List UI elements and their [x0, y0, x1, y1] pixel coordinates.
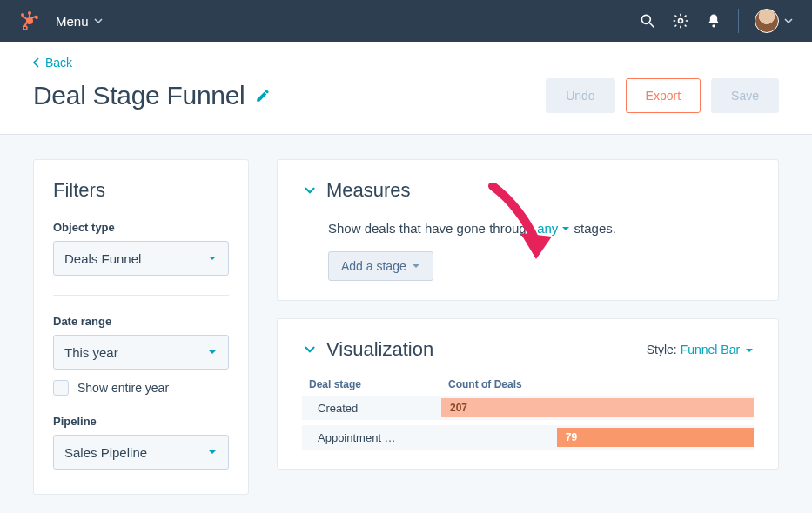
svg-point-12: [712, 24, 715, 27]
pencil-icon[interactable]: [255, 88, 271, 103]
svg-line-10: [650, 23, 654, 28]
visualization-header[interactable]: Visualization Style: Funnel Bar: [302, 338, 754, 361]
page-header: Back Deal Stage Funnel Undo Export Save: [0, 42, 812, 135]
visualization-panel: Visualization Style: Funnel Bar Deal sta…: [277, 318, 779, 470]
stage-filter-value: any: [537, 221, 558, 236]
filters-heading: Filters: [53, 179, 229, 202]
svg-rect-2: [29, 14, 30, 18]
undo-button[interactable]: Undo: [546, 78, 614, 113]
caret-down-icon: [412, 262, 420, 270]
measures-sentence: Show deals that have gone through any st…: [328, 221, 754, 236]
svg-point-9: [641, 15, 650, 23]
save-button[interactable]: Save: [711, 78, 779, 113]
pipeline-label: Pipeline: [53, 415, 229, 428]
page-title: Deal Stage Funnel: [33, 81, 245, 110]
chevron-left-icon: [33, 57, 40, 68]
visualization-body: Deal stage Count of Deals Created 207 Ap…: [302, 378, 754, 450]
gear-icon[interactable]: [672, 12, 689, 30]
chevron-down-icon: [94, 17, 103, 25]
caret-down-icon: [207, 347, 218, 357]
add-stage-button[interactable]: Add a stage: [328, 251, 433, 281]
chevron-down-icon: [784, 17, 793, 25]
measures-heading: Measures: [326, 179, 411, 202]
funnel-row: Appointment … 79: [302, 425, 754, 450]
avatar: [755, 9, 779, 33]
menu-button[interactable]: Menu: [56, 14, 103, 29]
sentence-pre: Show deals that have gone through: [328, 221, 537, 236]
hubspot-logo-icon: [19, 10, 40, 31]
caret-down-icon: [207, 253, 218, 263]
measures-panel: Measures Show deals that have gone throu…: [277, 159, 779, 301]
style-picker[interactable]: Style: Funnel Bar: [647, 343, 754, 356]
date-range-select[interactable]: This year: [53, 335, 229, 370]
show-entire-year-label: Show entire year: [77, 381, 169, 395]
account-menu[interactable]: [755, 9, 793, 33]
menu-label: Menu: [56, 14, 89, 29]
add-stage-label: Add a stage: [341, 259, 406, 273]
checkbox-box: [53, 380, 69, 396]
date-range-label: Date range: [53, 315, 229, 328]
date-range-value: This year: [64, 345, 118, 360]
pipeline-value: Sales Pipeline: [64, 445, 147, 460]
funnel-row: Created 207: [302, 396, 754, 420]
caret-down-icon: [745, 346, 754, 355]
col-count-header: Count of Deals: [448, 378, 747, 390]
filter-divider: [53, 295, 229, 296]
style-label: Style:: [647, 343, 681, 356]
svg-point-11: [679, 19, 683, 23]
stage-filter-dropdown[interactable]: any: [537, 221, 570, 236]
funnel-stage-name: Appointment …: [302, 431, 441, 444]
funnel-bar: 207: [441, 398, 754, 417]
col-stage-header: Deal stage: [309, 378, 448, 390]
funnel-stage-name: Created: [302, 402, 441, 415]
filters-panel: Filters Object type Deals Funnel Date ra…: [33, 159, 249, 495]
pipeline-select[interactable]: Sales Pipeline: [53, 435, 229, 470]
svg-rect-6: [22, 15, 29, 21]
measures-header[interactable]: Measures: [302, 179, 754, 202]
funnel-table-header: Deal stage Count of Deals: [302, 378, 754, 390]
show-entire-year-checkbox[interactable]: Show entire year: [53, 380, 229, 396]
bell-icon[interactable]: [705, 12, 722, 30]
back-label: Back: [45, 56, 72, 70]
chevron-down-icon: [302, 183, 318, 198]
funnel-bar: 79: [557, 428, 754, 447]
nav-divider: [738, 9, 739, 33]
visualization-heading: Visualization: [326, 338, 433, 361]
chevron-down-icon: [302, 342, 318, 357]
top-nav: Menu: [0, 0, 812, 42]
object-type-value: Deals Funnel: [64, 251, 141, 266]
sentence-post: stages.: [574, 221, 616, 236]
caret-down-icon: [207, 447, 218, 457]
caret-down-icon: [561, 224, 570, 233]
search-icon[interactable]: [639, 12, 656, 30]
object-type-label: Object type: [53, 221, 229, 234]
object-type-select[interactable]: Deals Funnel: [53, 241, 229, 276]
export-button[interactable]: Export: [626, 78, 701, 113]
back-link[interactable]: Back: [33, 56, 72, 70]
style-value: Funnel Bar: [681, 343, 740, 356]
